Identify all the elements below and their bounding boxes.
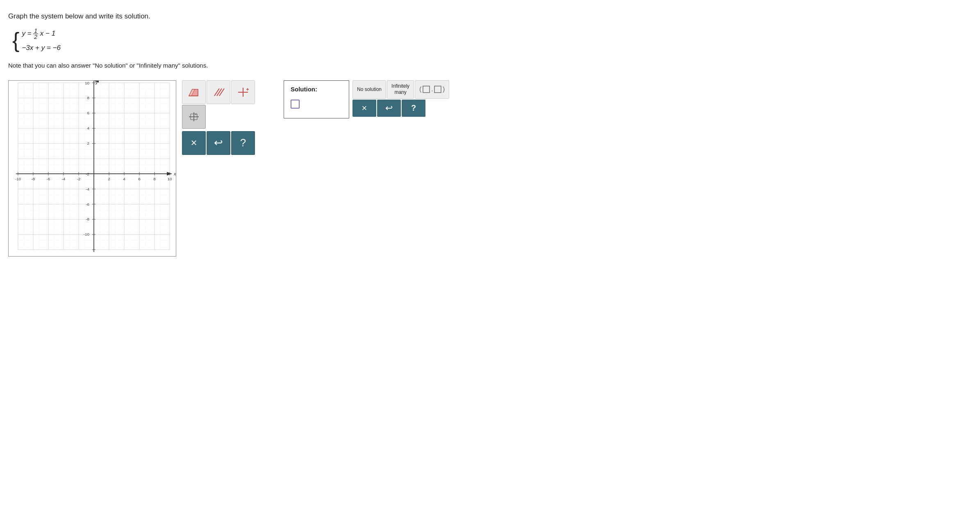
svg-line-75 [214,89,219,96]
answer-buttons: No solution Infinitelymany ( , [352,80,449,117]
eraser-tool[interactable] [182,80,206,104]
equations-list: y = 1 2 x − 1 −3x + y = −6 [22,28,61,53]
no-solution-label: No solution [357,86,382,93]
svg-text:-6: -6 [86,202,89,206]
solution-label: Solution: [291,86,342,93]
svg-text:-6: -6 [47,177,50,181]
svg-text:10: 10 [168,177,173,181]
svg-text:8: 8 [87,95,90,100]
undo-button[interactable]: ↩ [207,131,230,155]
infinitely-many-label: Infinitelymany [391,83,409,96]
note-text: Note that you can also answer "No soluti… [8,62,972,69]
svg-text:4: 4 [123,177,125,181]
ordered-pair-icon: ( , ) [419,85,445,94]
pencil-tool[interactable] [207,80,230,104]
clear-button[interactable]: × [182,131,206,155]
svg-text:x: x [173,171,176,176]
svg-text:2: 2 [87,141,90,145]
equation-2: −3x + y = −6 [22,43,61,53]
square-icon-2 [434,85,442,93]
open-paren: ( [419,85,421,94]
svg-text:6: 6 [138,177,141,181]
svg-text:-4: -4 [86,187,89,191]
answer-clear-button[interactable]: × [352,100,376,117]
answer-checkbox[interactable] [291,100,300,109]
svg-text:-10: -10 [15,177,21,181]
solution-area: Solution: No solution Infinitelymany ( [284,80,449,118]
fraction-half: 1 2 [33,28,38,40]
answer-undo-button[interactable]: ↩ [377,100,401,117]
svg-text:-2: -2 [77,177,81,181]
svg-text:8: 8 [153,177,156,181]
svg-text:4: 4 [87,126,90,130]
svg-rect-89 [423,86,430,93]
help-button[interactable]: ? [231,131,255,155]
close-paren: ) [443,85,445,94]
graph-svg[interactable]: -10 -8 -6 -4 -2 2 4 6 8 10 10 8 6 4 2 -2… [9,81,176,256]
graph-toolbar: × × ↩ ? [182,80,255,155]
grid-tool[interactable]: × [182,105,206,129]
toolbar-row-2: × [182,105,255,129]
infinitely-many-button[interactable]: Infinitelymany [387,80,414,99]
solution-input-area[interactable] [291,97,342,111]
svg-rect-90 [434,86,441,93]
ordered-pair-button[interactable]: ( , ) [415,80,449,99]
svg-text:-8: -8 [86,217,89,221]
solution-box: Solution: [284,80,349,118]
answer-help-button[interactable]: ? [402,100,425,117]
svg-text:-4: -4 [62,177,66,181]
problem-title: Graph the system below and write its sol… [8,12,972,20]
answer-top-row: No solution Infinitelymany ( , [352,80,449,99]
toolbar-row-1 [182,80,255,104]
crosshair-tool[interactable] [231,80,255,104]
svg-line-76 [217,89,222,96]
square-icon-1 [422,85,430,93]
equation-1: y = 1 2 x − 1 [22,28,61,40]
graph-container[interactable]: -10 -8 -6 -4 -2 2 4 6 8 10 10 8 6 4 2 -2… [8,80,176,257]
svg-text:-8: -8 [31,177,35,181]
equation-system: { y = 1 2 x − 1 −3x + y = −6 [12,28,972,53]
svg-text:×: × [195,112,197,116]
main-area: -10 -8 -6 -4 -2 2 4 6 8 10 10 8 6 4 2 -2… [8,80,972,257]
svg-line-77 [219,89,224,96]
svg-text:2: 2 [108,177,110,181]
no-solution-button[interactable]: No solution [352,80,386,99]
svg-text:10: 10 [85,81,90,85]
answer-bottom-row: × ↩ ? [352,100,449,117]
toolbar-row-3: × ↩ ? [182,131,255,155]
brace-symbol: { [12,30,19,51]
svg-text:-2: -2 [86,172,89,176]
svg-text:-10: -10 [84,232,90,236]
svg-text:6: 6 [87,111,90,115]
